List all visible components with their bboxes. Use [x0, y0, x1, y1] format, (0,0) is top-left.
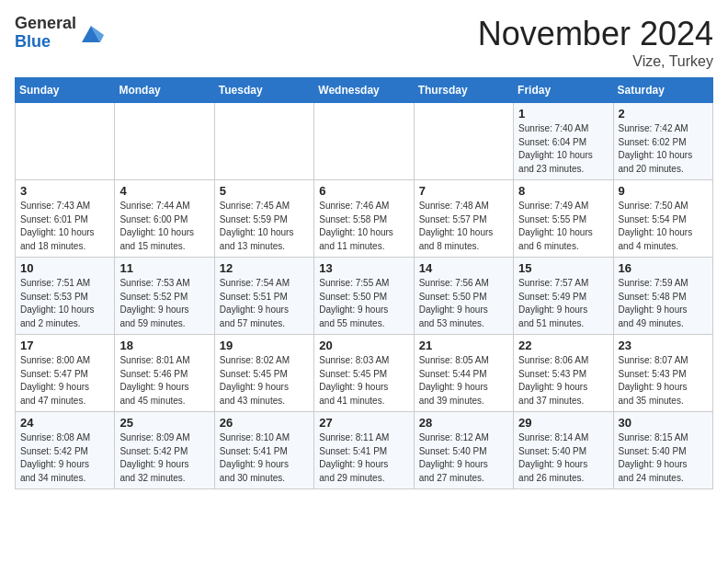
- day-cell: 29Sunrise: 8:14 AM Sunset: 5:40 PM Dayli…: [514, 412, 613, 489]
- day-number: 27: [319, 416, 408, 430]
- day-info: Sunrise: 8:12 AM Sunset: 5:40 PM Dayligh…: [419, 431, 508, 485]
- day-cell: 1Sunrise: 7:40 AM Sunset: 6:04 PM Daylig…: [514, 103, 613, 180]
- day-info: Sunrise: 8:03 AM Sunset: 5:45 PM Dayligh…: [319, 354, 408, 408]
- day-cell: [115, 103, 214, 180]
- day-cell: 10Sunrise: 7:51 AM Sunset: 5:53 PM Dayli…: [16, 258, 115, 335]
- logo-general-text: General: [15, 14, 76, 32]
- day-number: 1: [518, 107, 608, 121]
- day-number: 5: [220, 184, 309, 198]
- day-info: Sunrise: 8:08 AM Sunset: 5:42 PM Dayligh…: [20, 431, 109, 485]
- day-cell: 6Sunrise: 7:46 AM Sunset: 5:58 PM Daylig…: [314, 180, 414, 258]
- day-info: Sunrise: 7:56 AM Sunset: 5:50 PM Dayligh…: [419, 277, 508, 330]
- day-info: Sunrise: 7:44 AM Sunset: 6:00 PM Dayligh…: [119, 200, 209, 253]
- day-number: 29: [518, 416, 608, 430]
- header-cell-saturday: Saturday: [613, 78, 712, 103]
- day-info: Sunrise: 7:55 AM Sunset: 5:50 PM Dayligh…: [319, 277, 408, 330]
- week-row-3: 10Sunrise: 7:51 AM Sunset: 5:53 PM Dayli…: [16, 258, 713, 335]
- day-cell: [16, 103, 115, 180]
- day-number: 9: [619, 184, 708, 198]
- day-info: Sunrise: 8:02 AM Sunset: 5:45 PM Dayligh…: [220, 354, 309, 408]
- day-cell: 5Sunrise: 7:45 AM Sunset: 5:59 PM Daylig…: [214, 180, 313, 258]
- day-number: 10: [20, 261, 109, 275]
- header-cell-wednesday: Wednesday: [314, 78, 414, 103]
- day-cell: 30Sunrise: 8:15 AM Sunset: 5:40 PM Dayli…: [613, 412, 712, 489]
- day-info: Sunrise: 8:15 AM Sunset: 5:40 PM Dayligh…: [619, 431, 708, 485]
- day-cell: 24Sunrise: 8:08 AM Sunset: 5:42 PM Dayli…: [16, 412, 115, 489]
- day-number: 21: [419, 339, 508, 352]
- logo-blue-text: Blue: [15, 32, 51, 51]
- day-cell: 27Sunrise: 8:11 AM Sunset: 5:41 PM Dayli…: [314, 412, 414, 489]
- day-cell: 14Sunrise: 7:56 AM Sunset: 5:50 PM Dayli…: [414, 258, 513, 335]
- header-cell-friday: Friday: [514, 78, 613, 103]
- day-info: Sunrise: 8:11 AM Sunset: 5:41 PM Dayligh…: [319, 431, 408, 485]
- day-cell: 13Sunrise: 7:55 AM Sunset: 5:50 PM Dayli…: [314, 258, 414, 335]
- day-info: Sunrise: 7:54 AM Sunset: 5:51 PM Dayligh…: [220, 277, 309, 330]
- calendar-header: SundayMondayTuesdayWednesdayThursdayFrid…: [16, 78, 713, 103]
- day-info: Sunrise: 8:05 AM Sunset: 5:44 PM Dayligh…: [419, 354, 508, 408]
- calendar-body: 1Sunrise: 7:40 AM Sunset: 6:04 PM Daylig…: [16, 103, 713, 489]
- day-info: Sunrise: 7:49 AM Sunset: 5:55 PM Dayligh…: [518, 200, 608, 253]
- day-number: 26: [220, 416, 309, 430]
- day-info: Sunrise: 7:43 AM Sunset: 6:01 PM Dayligh…: [20, 200, 109, 253]
- day-cell: 26Sunrise: 8:10 AM Sunset: 5:41 PM Dayli…: [214, 412, 313, 489]
- logo: General Blue: [15, 15, 104, 52]
- day-cell: 15Sunrise: 7:57 AM Sunset: 5:49 PM Dayli…: [514, 258, 613, 335]
- day-cell: 19Sunrise: 8:02 AM Sunset: 5:45 PM Dayli…: [214, 335, 313, 412]
- header-cell-sunday: Sunday: [16, 78, 115, 103]
- day-number: 23: [619, 339, 708, 352]
- day-cell: 4Sunrise: 7:44 AM Sunset: 6:00 PM Daylig…: [115, 180, 214, 258]
- day-info: Sunrise: 7:51 AM Sunset: 5:53 PM Dayligh…: [20, 277, 109, 330]
- title-area: November 2024 Vize, Turkey: [478, 15, 713, 70]
- day-info: Sunrise: 7:48 AM Sunset: 5:57 PM Dayligh…: [419, 200, 508, 253]
- day-cell: [314, 103, 414, 180]
- header-cell-tuesday: Tuesday: [214, 78, 313, 103]
- day-number: 11: [119, 261, 209, 275]
- day-info: Sunrise: 7:40 AM Sunset: 6:04 PM Dayligh…: [518, 122, 608, 176]
- day-cell: 8Sunrise: 7:49 AM Sunset: 5:55 PM Daylig…: [514, 180, 613, 258]
- day-cell: [214, 103, 313, 180]
- day-cell: 7Sunrise: 7:48 AM Sunset: 5:57 PM Daylig…: [414, 180, 513, 258]
- month-title: November 2024: [478, 15, 713, 53]
- day-number: 17: [20, 339, 109, 352]
- day-info: Sunrise: 7:53 AM Sunset: 5:52 PM Dayligh…: [119, 277, 209, 330]
- day-info: Sunrise: 7:50 AM Sunset: 5:54 PM Dayligh…: [619, 200, 708, 253]
- day-cell: 18Sunrise: 8:01 AM Sunset: 5:46 PM Dayli…: [115, 335, 214, 412]
- day-info: Sunrise: 7:57 AM Sunset: 5:49 PM Dayligh…: [518, 277, 608, 330]
- day-cell: 12Sunrise: 7:54 AM Sunset: 5:51 PM Dayli…: [214, 258, 313, 335]
- header-row: SundayMondayTuesdayWednesdayThursdayFrid…: [16, 78, 713, 103]
- day-cell: 11Sunrise: 7:53 AM Sunset: 5:52 PM Dayli…: [115, 258, 214, 335]
- day-cell: 2Sunrise: 7:42 AM Sunset: 6:02 PM Daylig…: [613, 103, 712, 180]
- day-cell: 25Sunrise: 8:09 AM Sunset: 5:42 PM Dayli…: [115, 412, 214, 489]
- day-info: Sunrise: 8:07 AM Sunset: 5:43 PM Dayligh…: [619, 354, 708, 408]
- logo-icon: [78, 20, 104, 46]
- day-number: 15: [518, 261, 608, 275]
- day-cell: 16Sunrise: 7:59 AM Sunset: 5:48 PM Dayli…: [613, 258, 712, 335]
- day-number: 25: [119, 416, 209, 430]
- calendar-table: SundayMondayTuesdayWednesdayThursdayFrid…: [15, 77, 713, 489]
- day-number: 30: [619, 416, 708, 430]
- day-info: Sunrise: 7:46 AM Sunset: 5:58 PM Dayligh…: [319, 200, 408, 253]
- day-number: 24: [20, 416, 109, 430]
- day-info: Sunrise: 8:14 AM Sunset: 5:40 PM Dayligh…: [518, 431, 608, 485]
- day-info: Sunrise: 7:42 AM Sunset: 6:02 PM Dayligh…: [619, 122, 708, 176]
- day-info: Sunrise: 8:06 AM Sunset: 5:43 PM Dayligh…: [518, 354, 608, 408]
- header-cell-monday: Monday: [115, 78, 214, 103]
- day-number: 2: [619, 107, 708, 121]
- week-row-1: 1Sunrise: 7:40 AM Sunset: 6:04 PM Daylig…: [16, 103, 713, 180]
- day-number: 18: [119, 339, 209, 352]
- day-number: 7: [419, 184, 508, 198]
- day-cell: 23Sunrise: 8:07 AM Sunset: 5:43 PM Dayli…: [613, 335, 712, 412]
- week-row-4: 17Sunrise: 8:00 AM Sunset: 5:47 PM Dayli…: [16, 335, 713, 412]
- day-number: 28: [419, 416, 508, 430]
- day-cell: [414, 103, 513, 180]
- day-info: Sunrise: 8:09 AM Sunset: 5:42 PM Dayligh…: [119, 431, 209, 485]
- day-number: 6: [319, 184, 408, 198]
- day-number: 16: [619, 261, 708, 275]
- day-info: Sunrise: 8:01 AM Sunset: 5:46 PM Dayligh…: [119, 354, 209, 408]
- day-cell: 28Sunrise: 8:12 AM Sunset: 5:40 PM Dayli…: [414, 412, 513, 489]
- day-number: 8: [518, 184, 608, 198]
- day-info: Sunrise: 8:00 AM Sunset: 5:47 PM Dayligh…: [20, 354, 109, 408]
- day-cell: 22Sunrise: 8:06 AM Sunset: 5:43 PM Dayli…: [514, 335, 613, 412]
- day-cell: 21Sunrise: 8:05 AM Sunset: 5:44 PM Dayli…: [414, 335, 513, 412]
- day-number: 19: [220, 339, 309, 352]
